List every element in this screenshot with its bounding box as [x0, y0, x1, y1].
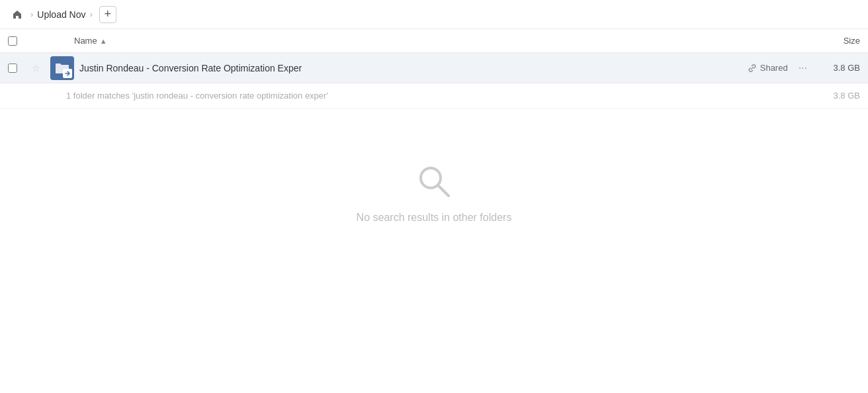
folder-icon — [50, 56, 74, 80]
search-icon-large — [414, 161, 454, 201]
header-name-col[interactable]: Name ▲ — [74, 36, 807, 46]
svg-line-1 — [438, 185, 449, 196]
sort-indicator: ▲ — [100, 37, 107, 45]
file-size: 3.8 GB — [820, 63, 860, 73]
row-checkbox-col — [8, 64, 32, 73]
home-button[interactable] — [8, 5, 26, 24]
match-size: 3.8 GB — [834, 91, 860, 101]
star-icon[interactable]: ☆ — [32, 63, 40, 73]
name-col-label: Name — [74, 36, 97, 46]
row-checkbox[interactable] — [8, 64, 17, 73]
match-summary-row: 1 folder matches 'justin rondeau - conve… — [0, 83, 868, 109]
link-badge — [63, 69, 72, 78]
table-header: Name ▲ Size — [0, 29, 868, 53]
file-name: Justin Rondeau - Conversion Rate Optimiz… — [79, 63, 748, 73]
add-button[interactable]: + — [99, 6, 116, 23]
breadcrumb-sep-1: › — [30, 9, 33, 19]
match-text: 1 folder matches 'justin rondeau - conve… — [66, 91, 834, 101]
link-icon — [748, 64, 757, 73]
header-size-col[interactable]: Size — [807, 36, 860, 46]
breadcrumb-bar: › Upload Nov › + — [0, 0, 868, 29]
row-star-col: ☆ — [32, 63, 50, 73]
header-checkbox-col — [8, 36, 32, 46]
shared-label: Shared — [760, 63, 788, 73]
breadcrumb-folder[interactable]: Upload Nov — [37, 9, 85, 20]
file-row[interactable]: ☆ Justin Rondeau - Conversion Rate Optim… — [0, 53, 868, 83]
select-all-checkbox[interactable] — [8, 36, 17, 46]
no-results-text: No search results in other folders — [357, 212, 512, 224]
no-results-area: No search results in other folders — [0, 109, 868, 224]
more-button[interactable]: ··· — [799, 62, 807, 74]
breadcrumb-sep-2: › — [90, 9, 93, 19]
shared-badge: Shared — [748, 63, 788, 73]
